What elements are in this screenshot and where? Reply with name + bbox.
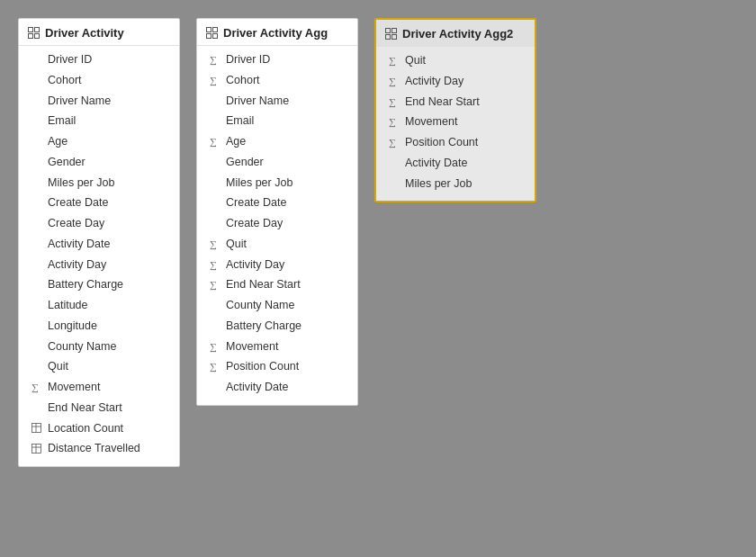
svg-rect-11 — [213, 28, 218, 32]
field-name: Quit — [405, 52, 426, 69]
field-row[interactable]: ∑Movement — [19, 377, 179, 398]
field-name: Quit — [226, 236, 247, 253]
field-row[interactable]: Create Day — [197, 213, 357, 234]
field-row[interactable]: Driver Name — [19, 91, 179, 112]
field-name: Latitude — [48, 297, 87, 314]
table-body-driver-activity-agg2: ∑Quit∑Activity Day∑End Near Start∑Moveme… — [376, 47, 535, 201]
field-row[interactable]: Latitude — [19, 295, 179, 316]
field-row[interactable]: Create Day — [19, 213, 179, 234]
field-row[interactable]: Email — [19, 111, 179, 131]
field-row[interactable]: Driver Name — [197, 91, 357, 112]
sigma-icon: ∑ — [210, 359, 222, 374]
field-name: Activity Day — [226, 256, 284, 274]
field-name: Battery Charge — [48, 276, 123, 293]
sigma-icon: ∑ — [389, 74, 401, 89]
canvas: Driver ActivityDriver IDCohortDriver Nam… — [0, 0, 756, 557]
field-row[interactable]: Miles per Job — [376, 174, 535, 194]
field-row[interactable]: County Name — [197, 295, 357, 316]
field-name: Activity Date — [48, 236, 110, 253]
svg-rect-3 — [35, 34, 40, 39]
field-row[interactable]: Create Date — [197, 193, 357, 213]
field-row[interactable]: Battery Charge — [19, 274, 179, 295]
sigma-icon: ∑ — [389, 135, 401, 150]
field-row[interactable]: Distance Travelled — [19, 438, 179, 459]
svg-rect-12 — [207, 34, 212, 39]
sigma-icon: ∑ — [210, 52, 222, 67]
field-name: Longitude — [48, 318, 97, 335]
field-row[interactable]: ∑Movement — [197, 337, 357, 357]
field-name: Create Day — [48, 215, 104, 232]
sigma-icon: ∑ — [210, 237, 222, 252]
field-name: Activity Day — [48, 256, 106, 274]
field-name: Driver Name — [226, 93, 289, 110]
field-row[interactable]: Longitude — [19, 316, 179, 337]
field-name: Position Count — [405, 134, 478, 151]
svg-rect-7 — [32, 444, 41, 453]
field-row[interactable]: Location Count — [19, 418, 179, 439]
svg-rect-15 — [392, 29, 397, 33]
table-grid-icon — [385, 28, 397, 40]
field-row[interactable]: Gender — [19, 152, 179, 173]
field-row[interactable]: ∑End Near Start — [376, 92, 535, 112]
sigma-icon: ∑ — [389, 53, 401, 68]
table-card-driver-activity: Driver ActivityDriver IDCohortDriver Nam… — [18, 18, 180, 467]
field-row[interactable]: ∑Driver ID — [197, 49, 357, 70]
field-row[interactable]: ∑Activity Day — [197, 255, 357, 275]
table-title-driver-activity-agg2: Driver Activity Agg2 — [402, 27, 513, 40]
table-card-driver-activity-agg: Driver Activity Agg∑Driver ID∑CohortDriv… — [196, 18, 358, 406]
field-row[interactable]: End Near Start — [19, 398, 179, 418]
table-header-driver-activity-agg: Driver Activity Agg — [197, 19, 357, 46]
field-name: Miles per Job — [226, 175, 292, 192]
svg-rect-2 — [29, 34, 33, 39]
field-row[interactable]: ∑Quit — [197, 234, 357, 255]
field-row[interactable]: ∑Position Count — [197, 356, 357, 377]
field-name: Cohort — [48, 72, 82, 89]
field-name: Activity Date — [226, 379, 288, 396]
field-row[interactable]: ∑Cohort — [197, 70, 357, 91]
field-name: End Near Start — [405, 94, 480, 111]
field-row[interactable]: Miles per Job — [197, 173, 357, 193]
field-row[interactable]: Activity Date — [197, 377, 357, 398]
sigma-icon: ∑ — [389, 94, 401, 110]
field-row[interactable]: ∑End Near Start — [197, 274, 357, 295]
sigma-icon: ∑ — [389, 114, 401, 130]
field-name: Gender — [226, 154, 264, 171]
field-row[interactable]: Cohort — [19, 70, 179, 91]
field-row[interactable]: Gender — [197, 152, 357, 173]
field-row[interactable]: Age — [19, 131, 179, 152]
field-name: Activity Day — [405, 73, 464, 90]
field-row[interactable]: ∑Movement — [376, 112, 535, 132]
table-title-driver-activity: Driver Activity — [45, 26, 124, 40]
field-row[interactable]: County Name — [19, 337, 179, 357]
field-row[interactable]: ∑Position Count — [376, 132, 535, 153]
field-row[interactable]: ∑Age — [197, 131, 357, 152]
field-name: Create Date — [226, 194, 286, 211]
svg-rect-13 — [213, 34, 218, 39]
field-name: Movement — [48, 379, 100, 396]
field-row[interactable]: Battery Charge — [197, 316, 357, 337]
field-row[interactable]: Activity Date — [376, 153, 535, 174]
svg-rect-10 — [207, 28, 212, 32]
field-name: Miles per Job — [405, 175, 472, 193]
svg-rect-4 — [32, 423, 41, 432]
svg-rect-16 — [386, 35, 391, 40]
field-row[interactable]: ∑Quit — [376, 50, 535, 71]
sigma-icon: ∑ — [210, 277, 222, 292]
field-row[interactable]: ∑Activity Day — [376, 71, 535, 92]
field-name: End Near Start — [226, 276, 301, 293]
field-name: Driver ID — [226, 51, 270, 68]
table-icon — [32, 444, 44, 454]
table-header-driver-activity-agg2: Driver Activity Agg2 — [376, 20, 535, 47]
field-row[interactable]: Activity Day — [19, 255, 179, 275]
field-row[interactable]: Create Date — [19, 193, 179, 213]
field-row[interactable]: Miles per Job — [19, 173, 179, 193]
field-name: Create Date — [48, 194, 108, 211]
field-row[interactable]: Activity Date — [19, 234, 179, 255]
field-row[interactable]: Quit — [19, 356, 179, 377]
field-name: Email — [226, 112, 254, 130]
field-name: County Name — [226, 297, 294, 314]
field-row[interactable]: Driver ID — [19, 49, 179, 70]
field-row[interactable]: Email — [197, 111, 357, 131]
sigma-icon: ∑ — [32, 380, 44, 395]
field-name: Create Day — [226, 215, 283, 232]
